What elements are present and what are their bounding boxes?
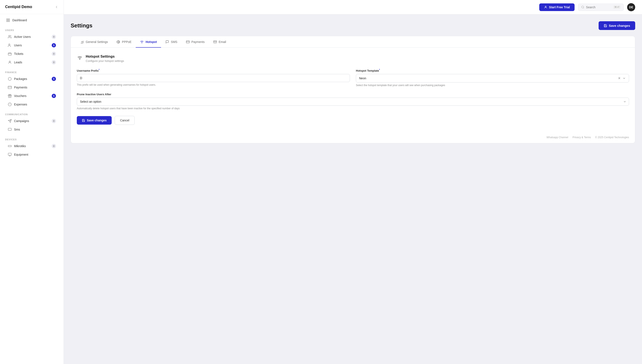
- sms-tab-label: SMS: [171, 40, 177, 44]
- users-badge: 5: [52, 43, 56, 48]
- sidebar-item-mikrotiks[interactable]: Mikrotiks0: [5, 142, 59, 150]
- sidebar-item-sms[interactable]: Sms: [5, 126, 59, 134]
- section-desc: Configure your hotspot settings: [86, 59, 124, 62]
- mikrotiks-label: Mikrotiks: [14, 144, 26, 148]
- active-users-badge: 0: [52, 35, 56, 39]
- sidebar-section-label: Users: [5, 29, 59, 32]
- cancel-label: Cancel: [120, 119, 129, 122]
- sidebar-item-payments[interactable]: Payments: [5, 83, 59, 92]
- hotspot-template-wrapper: Neon ✕: [356, 74, 629, 82]
- save-changes-button[interactable]: Save changes: [77, 116, 112, 124]
- search-input[interactable]: [586, 6, 611, 9]
- search-icon: [581, 6, 584, 9]
- hotspot-template-label: Hotspot Template*: [356, 68, 629, 72]
- dashboard-label: Dashboard: [12, 18, 27, 22]
- prune-select[interactable]: Select an option 7 days 14 days 30 days …: [77, 98, 629, 106]
- footer: Whatsapp Channel Privacy & Terms © 2025 …: [71, 132, 635, 143]
- cancel-button[interactable]: Cancel: [115, 116, 135, 125]
- sidebar-header: Centipid Demo: [0, 0, 64, 14]
- settings-body: Hotspot Settings Configure your hotspot …: [71, 48, 635, 132]
- form-actions: Save changes Cancel: [77, 116, 629, 125]
- leads-badge: 0: [52, 60, 56, 64]
- email-tab-label: Email: [219, 40, 226, 44]
- svg-point-5: [9, 44, 10, 45]
- sidebar-item-users[interactable]: Users5: [5, 41, 59, 49]
- tab-email[interactable]: Email: [209, 36, 230, 48]
- general-tab-icon: [80, 40, 84, 44]
- packages-label: Packages: [14, 77, 27, 80]
- svg-rect-8: [8, 86, 12, 89]
- tab-general[interactable]: General Settings: [76, 36, 112, 48]
- vouchers-label: Vouchers: [14, 94, 26, 98]
- search-shortcut: ⌘+F: [613, 6, 620, 9]
- sidebar-item-campaigns[interactable]: Campaigns0: [5, 117, 59, 125]
- content-area: Settings Save changes General SettingsPP…: [64, 14, 642, 364]
- trial-button-label: Start Free Trial: [549, 6, 570, 9]
- section-header: Hotspot Settings Configure your hotspot …: [77, 54, 629, 62]
- page-title: Settings: [71, 22, 93, 29]
- sidebar-collapse-button[interactable]: [55, 5, 59, 9]
- sms-label: Sms: [14, 128, 20, 131]
- trial-button[interactable]: Start Free Trial: [539, 4, 574, 11]
- sidebar-item-active-users[interactable]: Active Users0: [5, 33, 59, 41]
- sidebar-section-users: UsersActive Users0Users5Tickets0Leads0: [0, 26, 64, 68]
- payments-icon: [8, 85, 12, 90]
- avatar: DE: [627, 3, 635, 11]
- svg-rect-2: [7, 20, 8, 22]
- save-changes-top-button[interactable]: Save changes: [598, 21, 635, 30]
- svg-rect-3: [9, 20, 10, 22]
- vouchers-badge: 5: [52, 94, 56, 98]
- tab-payments[interactable]: Payments: [182, 36, 209, 48]
- sidebar-item-packages[interactable]: Packages5: [5, 75, 59, 83]
- form-row-1: Username Prefix* This prefix will be use…: [77, 68, 629, 87]
- sidebar-section-label: Devices: [5, 138, 59, 141]
- active-users-icon: [8, 35, 12, 39]
- leads-label: Leads: [14, 60, 22, 64]
- mikrotiks-icon: [8, 144, 12, 148]
- active-users-label: Active Users: [14, 35, 31, 38]
- svg-line-25: [583, 8, 584, 8]
- app-title: Centipid Demo: [5, 5, 32, 9]
- expenses-icon: [8, 102, 12, 106]
- packages-icon: [8, 77, 12, 81]
- svg-point-23: [545, 6, 546, 7]
- hotspot-template-group: Hotspot Template* Neon ✕: [356, 68, 629, 87]
- copyright: © 2025 Centipid Technologies: [595, 136, 629, 139]
- sidebar-item-equipment[interactable]: Equipment: [5, 150, 59, 158]
- sidebar-item-leads[interactable]: Leads0: [5, 58, 59, 66]
- sidebar-item-dashboard[interactable]: Dashboard: [4, 16, 60, 24]
- save-icon: [82, 119, 85, 122]
- hotspot-template-display[interactable]: Neon ✕: [356, 74, 629, 82]
- svg-rect-0: [7, 19, 8, 20]
- svg-point-7: [9, 61, 11, 62]
- payments-tab-icon: [186, 40, 190, 44]
- section-title: Hotspot Settings: [86, 54, 124, 59]
- topbar: Start Free Trial ⌘+F DE: [64, 0, 642, 14]
- username-prefix-hint: This prefix will be used when generating…: [77, 83, 350, 86]
- prune-hint: Automatically delete hotspot users that …: [77, 107, 629, 110]
- svg-rect-17: [8, 146, 12, 147]
- svg-point-4: [9, 35, 10, 36]
- general-tab-label: General Settings: [86, 40, 108, 44]
- tab-sms[interactable]: SMS: [161, 36, 182, 48]
- privacy-terms-link[interactable]: Privacy & Terms: [572, 136, 591, 139]
- sidebar: Centipid Demo Dashboard UsersActive User…: [0, 0, 64, 364]
- prune-label: Prune Inactive Users After: [77, 93, 629, 96]
- sidebar-section-label: Finance: [5, 71, 59, 74]
- payments-tab-label: Payments: [192, 40, 205, 44]
- required-marker: *: [99, 68, 100, 71]
- sidebar-item-tickets[interactable]: Tickets0: [5, 50, 59, 58]
- username-prefix-input[interactable]: [77, 74, 350, 82]
- sidebar-item-vouchers[interactable]: Vouchers5: [5, 92, 59, 100]
- packages-badge: 5: [52, 77, 56, 81]
- sidebar-item-expenses[interactable]: Expenses: [5, 100, 59, 108]
- tab-hotspot[interactable]: Hotspot: [136, 36, 161, 48]
- whatsapp-channel-link[interactable]: Whatsapp Channel: [546, 136, 568, 139]
- equipment-label: Equipment: [14, 153, 28, 156]
- hotspot-tab-icon: [140, 40, 144, 44]
- hotspot-template-value: Neon: [359, 76, 366, 80]
- clear-template-icon[interactable]: ✕: [618, 76, 621, 80]
- svg-point-27: [142, 43, 142, 43]
- tab-pppoe[interactable]: PPPoE: [112, 36, 136, 48]
- search-box[interactable]: ⌘+F: [578, 4, 624, 11]
